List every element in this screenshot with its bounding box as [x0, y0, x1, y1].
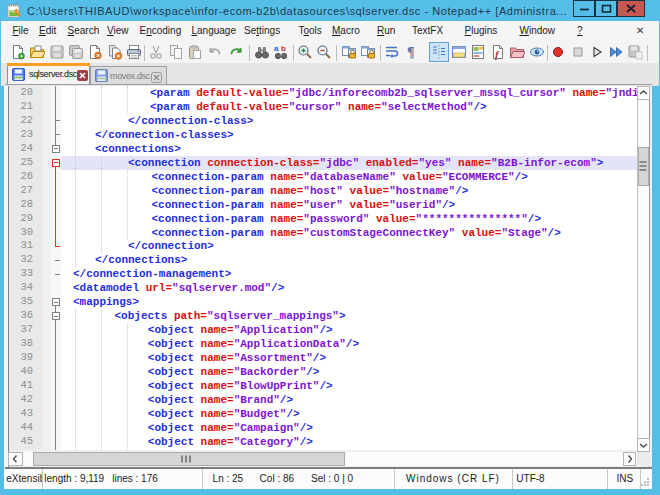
svg-text:¶: ¶: [407, 45, 415, 60]
svg-text:b: b: [281, 44, 286, 53]
svg-text:a: a: [274, 44, 279, 53]
